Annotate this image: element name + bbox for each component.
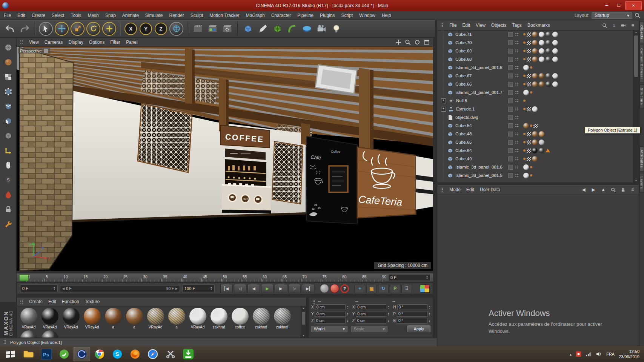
scroll-down-icon[interactable]: ▼ [633, 179, 639, 182]
material-thumbnail[interactable] [105, 308, 122, 325]
lock-icon[interactable] [620, 187, 626, 193]
visibility-toggles[interactable] [508, 40, 519, 45]
layer-toggle[interactable] [508, 40, 513, 45]
uvw-tag-icon[interactable] [527, 157, 531, 161]
language-indicator[interactable]: FRA [606, 352, 615, 356]
material-tag-icon[interactable] [539, 131, 544, 137]
panel-grip[interactable] [20, 299, 23, 304]
object-name[interactable]: Cube.68 [455, 57, 472, 61]
layer-toggle[interactable] [508, 156, 513, 161]
material-tag-icon[interactable] [546, 48, 551, 54]
snap-settings-button[interactable] [2, 218, 15, 230]
move-tool-button[interactable] [55, 22, 69, 36]
menu-file[interactable]: File [4, 13, 11, 18]
material-thumbnail[interactable] [189, 308, 206, 325]
coordinate-field[interactable]: X0 cm▲▼ [352, 304, 390, 310]
menu-render[interactable]: Render [169, 13, 184, 18]
object-row[interactable]: Islamic_3d_panel_001.6 [437, 163, 633, 171]
visibility-toggles[interactable] [508, 32, 519, 37]
scrollbar-thumb[interactable] [302, 312, 305, 325]
material-item[interactable]: coffee [229, 308, 251, 330]
maximize-button[interactable]: □ [613, 1, 624, 9]
previous-key-button[interactable]: ◁ [234, 284, 246, 293]
material-menu-create[interactable]: Create [29, 299, 43, 304]
material-thumbnail[interactable] [20, 308, 37, 325]
frame-stepper[interactable]: ▲▼ [426, 276, 428, 279]
layer-toggle[interactable] [508, 140, 513, 145]
material-tag-icon[interactable] [532, 48, 538, 54]
search-icon[interactable] [610, 187, 616, 193]
scroll-up-icon[interactable]: ▲ [633, 31, 639, 34]
visibility-toggles[interactable] [508, 132, 519, 137]
menu-tools[interactable]: Tools [71, 13, 81, 18]
uvw-tag-icon[interactable] [527, 149, 531, 153]
back-icon[interactable]: ◀ [581, 187, 587, 193]
scroll-down-icon[interactable]: ▼ [301, 334, 306, 337]
side-tab-layers[interactable]: Layers [639, 173, 644, 192]
visibility-toggles[interactable] [508, 82, 519, 87]
vp-menu-cameras[interactable]: Cameras [45, 40, 63, 45]
side-tab-content-browser[interactable]: Content Browser [639, 45, 644, 83]
add-cube-button[interactable] [241, 21, 255, 36]
zoom-view-icon[interactable] [405, 39, 411, 45]
material-tag-icon[interactable] [546, 32, 551, 37]
orbit-view-icon[interactable] [414, 39, 420, 45]
visibility-dots[interactable] [515, 32, 519, 36]
toggle-view-icon[interactable] [424, 39, 430, 45]
render-settings-button[interactable] [220, 21, 234, 36]
menu-plugins[interactable]: Plugins [320, 13, 335, 18]
expand-toggle[interactable]: + [441, 107, 446, 112]
search-icon[interactable] [635, 12, 640, 18]
panel-grip[interactable] [312, 299, 316, 304]
keyframe-selection-button[interactable] [420, 284, 430, 293]
uvw-tag-icon[interactable] [533, 124, 538, 128]
material-thumbnail[interactable] [147, 308, 164, 325]
record-keyframe-button[interactable] [330, 284, 339, 293]
visibility-dots[interactable] [515, 66, 519, 69]
lock-mode-button[interactable] [2, 203, 15, 215]
material-thumbnail[interactable] [232, 308, 249, 325]
current-frame-field[interactable]: 0 F ▲▼ [388, 274, 430, 281]
object-name[interactable]: Cube.69 [455, 49, 472, 53]
material-tag-icon[interactable] [552, 57, 558, 62]
mode-select[interactable]: Scale▾ [351, 326, 387, 332]
uvw-tag-icon[interactable] [527, 132, 531, 136]
material-thumbnail[interactable] [168, 308, 185, 325]
scale-tool-button[interactable] [71, 22, 85, 36]
visibility-toggles[interactable] [508, 140, 519, 145]
layer-toggle[interactable] [508, 173, 513, 178]
object-name[interactable]: Cube.71 [455, 32, 472, 37]
vp-menu-display[interactable]: Display [68, 40, 83, 45]
menu-window[interactable]: Window [359, 13, 375, 18]
visibility-dots[interactable] [515, 157, 519, 161]
coordinate-system-button[interactable] [169, 22, 183, 36]
object-row[interactable]: Cube.70 [437, 38, 633, 47]
visibility-dots[interactable] [515, 99, 519, 103]
material-item[interactable]: VRayAd [39, 308, 60, 330]
key-parameter-toggle[interactable]: P [390, 284, 400, 293]
object-row[interactable]: Cube.71 [437, 30, 633, 38]
material-tag-icon[interactable] [523, 173, 529, 178]
om-menu-file[interactable]: File [449, 23, 456, 28]
material-item[interactable]: VRayAd [81, 308, 103, 330]
coordinate-field[interactable]: Y0 cm▲▼ [311, 311, 349, 317]
add-light-button[interactable] [329, 21, 343, 36]
object-name[interactable]: Islamic_3d_panel_001.7 [455, 90, 503, 95]
material-tag-icon[interactable] [539, 73, 544, 79]
panel-grip[interactable] [440, 187, 444, 192]
add-environment-button[interactable] [300, 21, 314, 36]
material-tag-icon[interactable] [532, 32, 538, 37]
side-tab-attributes[interactable]: Attributes [639, 146, 644, 171]
visibility-toggles[interactable] [508, 123, 519, 128]
object-name[interactable]: Cube.48 [455, 132, 472, 136]
object-row[interactable]: Cube.66 [437, 80, 633, 88]
material-thumbnail[interactable] [63, 308, 80, 325]
object-row[interactable]: Islamic_3d_panel_001.5 [437, 171, 633, 179]
material-menu-texture[interactable]: Texture [85, 299, 100, 304]
object-name[interactable]: Cube.70 [455, 40, 472, 45]
material-tag-icon[interactable] [532, 57, 538, 62]
object-list-scrollbar[interactable]: ▲ ▼ [633, 30, 639, 183]
material-tag-icon[interactable] [552, 81, 558, 87]
material-tag-icon[interactable] [532, 131, 538, 137]
object-name[interactable]: Null.5 [456, 98, 467, 103]
